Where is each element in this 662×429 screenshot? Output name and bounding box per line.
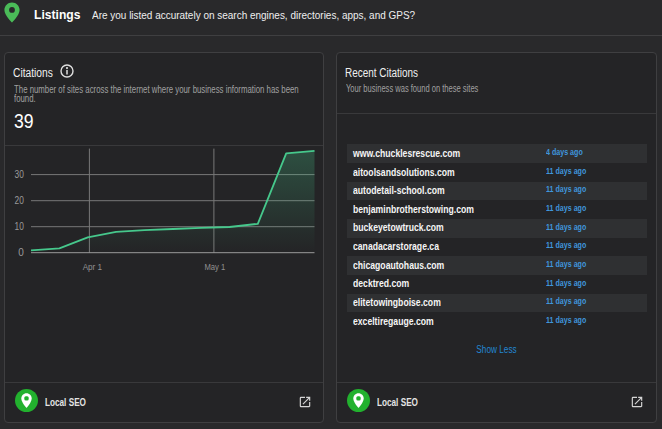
svg-text:Apr 1: Apr 1 — [83, 261, 103, 272]
svg-text:0: 0 — [18, 247, 24, 258]
svg-text:10: 10 — [15, 221, 25, 232]
svg-text:May 1: May 1 — [205, 261, 226, 272]
svg-text:30: 30 — [15, 169, 25, 180]
svg-text:20: 20 — [15, 195, 25, 206]
